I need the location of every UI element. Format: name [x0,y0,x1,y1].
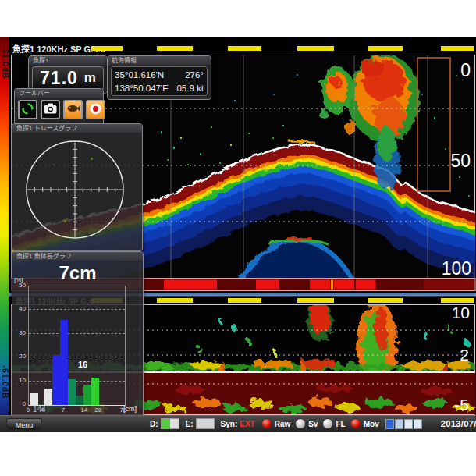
fish-length-histogram [28,286,126,406]
buffer-indicator [385,419,422,429]
nav-course: 276° [176,70,204,80]
led-sv[interactable]: Sv [295,418,318,429]
sv-led-icon [295,418,306,429]
histogram-bar [30,393,38,405]
histogram-bar [44,389,52,405]
x-tick-label: 28 [93,407,104,414]
syn-value: EXT [240,420,254,428]
histogram-bar [91,378,99,405]
led-fl[interactable]: FL [322,418,345,429]
led-mov[interactable]: Mov [350,418,379,429]
histogram-bar [60,320,68,405]
d-indicator [161,418,179,429]
depth-label-50: 50 [450,151,471,171]
y-gridline [29,309,125,310]
color-scale-bar: -31.0dB -61.0dB [0,37,9,415]
trace-scope [12,133,140,249]
refresh-button[interactable] [18,100,37,119]
depth-readout: 71.0 m [32,66,104,90]
depth-label-100: 100 [442,258,471,279]
nav-speed: 05.9 kt [176,83,204,93]
record-button[interactable] [86,100,105,119]
y-tick-label: 40 [14,305,26,312]
nav-window-title[interactable]: 航海情報 [108,56,211,65]
nav-longitude: 138°50.047'E [115,83,176,93]
screenshot-button[interactable] [41,100,60,119]
trace-window-title[interactable]: 魚探1 トレースグラフ [12,124,142,133]
histogram-bar [83,385,91,405]
y-tick-label: 50 [14,282,26,289]
fl-led-icon [322,418,333,429]
fish-length-title[interactable]: 魚探1 魚体長グラフ [12,252,143,261]
nav-latitude: 35°01.616'N [115,70,176,80]
x-tick-label: 70 [118,407,129,414]
d-label: D: [150,420,158,428]
mov-label: Mov [364,420,379,428]
y-tick-label: 20 [14,353,26,360]
colorbar-bottom-db: -61.0dB [0,365,9,399]
led-raw[interactable]: Raw [261,418,291,429]
record-icon [89,102,102,118]
depth-unit: m [84,70,96,86]
bl-depth-label-minus5: -5 [454,396,469,414]
depth-window-title[interactable]: 魚探1 [29,56,107,65]
x-tick-label: 7 [58,407,69,414]
e-indicator [196,418,215,429]
fish-icon [66,104,80,115]
camera-icon [44,103,57,116]
led-indicators: RawSvFLMov [261,418,379,429]
x-tick-label: 0 [23,407,34,414]
toolbar-title[interactable]: ツールバー [15,89,103,98]
fish-alarm-button[interactable] [63,100,83,119]
histogram-bar [76,396,83,405]
raw-led-icon [261,418,272,429]
histogram-annotation: 16 [78,360,87,369]
depth-value: 71.0 [40,68,78,89]
x-tick-label: 4 [37,407,48,414]
histogram-bar [68,379,76,405]
menu-button[interactable]: Menu [6,418,42,430]
y-gridline [29,357,125,357]
colorbar-top-db: -31.0dB [0,45,9,79]
bl-depth-label-10: 10 [452,304,470,321]
bl-depth-label-2: 2 [460,346,469,364]
x-tick-label: 14 [79,407,90,414]
sv-label: Sv [308,420,318,428]
status-bar: Menu D: E: Syn: EXT RawSvFLMov 2013/07/0… [0,415,476,432]
raw-label: Raw [275,420,291,428]
trace-window[interactable]: 魚探1 トレースグラフ [12,123,143,251]
refresh-icon [21,102,34,118]
y-tick-label: 30 [14,329,26,336]
depth-label-0: 0 [460,60,471,80]
nav-window[interactable]: 航海情報 35°01.616'N 276° 138°50.047'E 05.9 … [107,55,211,100]
syn-label: Syn: [221,420,238,428]
histogram-bar [52,355,60,405]
y-gridline [29,333,125,334]
dominant-fish-size: 7cm [12,262,143,284]
fishfinder-screen: 魚探1 120KHz SP G:4.0 [0,0,476,476]
fl-label: FL [336,420,345,428]
datetime-display: 2013/07/04 08:05:28 [441,419,476,428]
mov-led-icon [350,418,361,429]
fish-length-window[interactable]: 魚探1 魚体長グラフ 7cm [%] 16 144 [cm] 010203040… [12,251,144,417]
y-gridline [29,381,125,382]
y-tick-label: 10 [14,377,26,384]
e-label: E: [186,420,194,428]
